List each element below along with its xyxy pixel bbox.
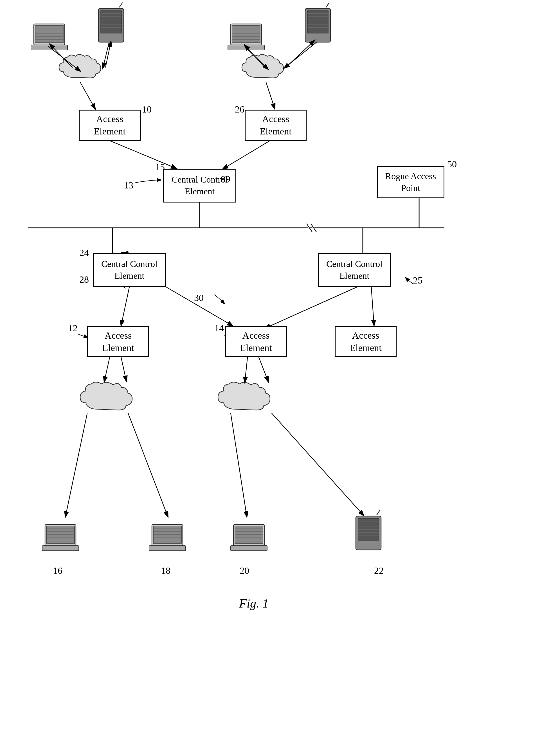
box-ae12: AccessElement: [87, 326, 149, 357]
box-ae15: AccessElement: [245, 110, 307, 141]
box-cce24-label: Central ControlElement: [101, 258, 158, 282]
svg-line-69: [271, 413, 364, 516]
svg-line-64: [245, 357, 248, 383]
laptop-bottom-left-1: [42, 525, 79, 551]
label-28: 28: [79, 274, 89, 285]
svg-rect-21: [232, 25, 260, 43]
svg-line-19: [120, 3, 122, 7]
svg-rect-85: [149, 546, 186, 551]
svg-line-67: [128, 413, 168, 518]
label-25: 25: [413, 275, 422, 286]
svg-rect-79: [153, 526, 181, 543]
svg-rect-71: [46, 526, 75, 543]
box-ae12-label: AccessElement: [102, 329, 134, 354]
label-15: 26: [235, 104, 244, 115]
label-99: 50: [447, 159, 457, 170]
svg-line-63: [121, 357, 127, 382]
label-24: 24: [79, 248, 89, 258]
svg-line-58: [121, 287, 129, 326]
svg-line-45: [80, 82, 96, 110]
svg-line-65: [259, 357, 269, 383]
box-cce26-label: Central ControlElement: [172, 174, 228, 197]
label-10: 13: [124, 180, 133, 191]
label-12: 12: [68, 323, 78, 334]
label-18: 18: [161, 565, 170, 576]
cloud-top-right: [242, 55, 284, 78]
box-ae13-label: Access Element: [80, 113, 140, 138]
laptop-top-left: [31, 24, 68, 50]
svg-line-36: [326, 3, 329, 7]
label-30: 30: [194, 293, 204, 303]
label-26: 15: [155, 162, 165, 172]
box-ae14-label: AccessElement: [240, 329, 272, 354]
box-ae13: Access Element: [79, 110, 141, 141]
box-rap99-label: Rogue AccessPoint: [385, 170, 436, 194]
cloud-top-left: [59, 55, 101, 78]
label-20: 20: [240, 565, 249, 576]
label-50: 99: [221, 174, 230, 185]
svg-line-66: [65, 413, 87, 518]
pda-top-right: [305, 3, 330, 42]
box-ae-right-label: AccessElement: [350, 329, 381, 354]
label-13: 10: [142, 104, 152, 115]
laptop-bottom-left-2: [149, 525, 186, 551]
label-22: 22: [374, 565, 384, 576]
box-cce25: Central ControlElement: [318, 253, 391, 287]
svg-rect-87: [235, 526, 263, 543]
svg-rect-77: [42, 546, 79, 551]
cloud-bottom-left: [80, 382, 132, 410]
svg-line-68: [231, 413, 247, 518]
fig-caption: Fig. 1: [239, 596, 269, 611]
svg-line-62: [104, 357, 110, 383]
svg-line-102: [377, 510, 380, 515]
box-rap99: Rogue AccessPoint: [377, 166, 444, 198]
pda-bottom-right: [356, 510, 381, 550]
laptop-bottom-right-1: [231, 525, 267, 551]
svg-line-48: [222, 141, 270, 169]
box-ae-right: AccessElement: [335, 326, 397, 357]
label-14: 14: [214, 323, 224, 334]
box-ae15-label: AccessElement: [260, 113, 291, 138]
box-cce24: Central ControlElement: [93, 253, 166, 287]
box-ae14: AccessElement: [225, 326, 287, 357]
svg-line-61: [371, 287, 374, 326]
label-16: 16: [53, 565, 62, 576]
diagram-container: Access Element AccessElement Central Con…: [0, 0, 560, 731]
svg-rect-10: [31, 45, 68, 50]
svg-line-47: [110, 141, 177, 169]
box-cce25-label: Central ControlElement: [326, 258, 383, 282]
svg-line-44: [287, 40, 315, 66]
svg-rect-93: [231, 546, 267, 551]
svg-line-60: [264, 287, 357, 329]
svg-line-46: [266, 82, 275, 110]
pda-top-left: [98, 3, 124, 42]
cloud-bottom-right: [218, 382, 270, 410]
svg-rect-4: [35, 25, 63, 43]
